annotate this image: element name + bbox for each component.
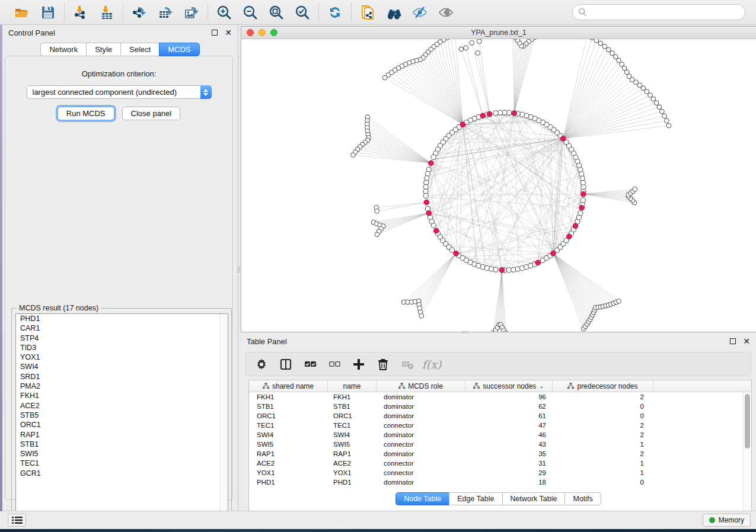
toggle-columns-icon[interactable] xyxy=(279,357,293,371)
mcds-result-item[interactable]: SWI5 xyxy=(16,449,219,459)
table-row[interactable]: PHD1PHD1dominator180 xyxy=(249,477,743,487)
zoom-out-icon[interactable] xyxy=(243,5,258,20)
settings-gear-icon[interactable] xyxy=(254,357,269,371)
table-row[interactable]: TEC1TEC1connector472 xyxy=(249,421,743,430)
table-row[interactable]: ORC1ORC1dominator610 xyxy=(249,411,743,421)
delete-row-icon[interactable] xyxy=(376,357,390,371)
close-window-icon[interactable] xyxy=(247,29,254,36)
table-scrollbar[interactable] xyxy=(743,392,751,530)
mcds-result-item[interactable]: FKH1 xyxy=(16,391,219,400)
mcds-result-item[interactable]: PHD1 xyxy=(16,314,219,323)
add-row-icon[interactable] xyxy=(352,357,366,371)
network-graph xyxy=(241,39,756,332)
search-input[interactable] xyxy=(590,8,739,17)
hide-selected-eye-icon[interactable] xyxy=(412,5,428,20)
table-panel: Table Panel ✕ xyxy=(241,334,756,508)
vertical-splitter-handle[interactable] xyxy=(237,267,240,273)
mcds-result-item[interactable]: YOX1 xyxy=(16,352,219,362)
mcds-result-item[interactable]: GCR1 xyxy=(16,469,219,478)
mcds-result-list[interactable]: PHD1CAR1STP4TID3YOX1SWI4SRD1PMA2FKH1ACE2… xyxy=(15,313,228,524)
mcds-result-group: MCDS result (17 nodes) PHD1CAR1STP4TID3Y… xyxy=(11,308,232,528)
save-icon[interactable] xyxy=(40,5,56,20)
tab-node-table[interactable]: Node Table xyxy=(395,492,449,505)
close-table-panel-icon[interactable]: ✕ xyxy=(743,338,750,344)
mcds-result-item[interactable]: ORC1 xyxy=(16,420,219,430)
column-header-shared-name[interactable]: shared name xyxy=(249,380,328,392)
unselect-all-icon[interactable] xyxy=(327,357,342,371)
mcds-result-item[interactable]: STB1 xyxy=(16,440,219,449)
refresh-layout-icon[interactable] xyxy=(327,5,343,20)
column-header-successor-nodes[interactable]: successor nodes⌄ xyxy=(465,380,553,392)
search-binoculars-icon[interactable] xyxy=(386,5,401,20)
table-row[interactable]: FKH1FKH1dominator962 xyxy=(249,392,743,402)
column-header-MCDS-role[interactable]: MCDS role xyxy=(377,380,465,392)
zoom-selected-icon[interactable] xyxy=(295,5,310,20)
column-header-name[interactable]: name xyxy=(328,380,377,392)
tab-edge-table[interactable]: Edge Table xyxy=(449,492,502,505)
show-all-eye-icon[interactable] xyxy=(438,5,454,20)
tab-motifs[interactable]: Motifs xyxy=(564,492,601,505)
export-network-icon[interactable] xyxy=(132,5,147,20)
float-window-icon[interactable] xyxy=(212,30,218,36)
clone-network-icon[interactable] xyxy=(360,5,375,20)
float-table-panel-icon[interactable] xyxy=(730,338,736,344)
zoom-in-icon[interactable] xyxy=(216,5,232,20)
table-scrollbar-thumb[interactable] xyxy=(745,394,750,448)
table-cell: FKH1 xyxy=(328,392,377,402)
tab-network[interactable]: Network xyxy=(40,43,86,56)
maximize-window-icon[interactable] xyxy=(270,29,277,36)
control-panel-titlebar: Control Panel ✕ xyxy=(2,25,238,40)
table-cell: ACE2 xyxy=(249,459,328,468)
search-box[interactable] xyxy=(572,4,745,20)
table-row[interactable]: RAP1RAP1dominator352 xyxy=(249,449,743,459)
table-row[interactable]: SWI5SWI5connector431 xyxy=(249,440,743,449)
open-folder-icon[interactable] xyxy=(14,5,30,20)
tab-select[interactable]: Select xyxy=(120,43,159,56)
table-row[interactable]: SWI4SWI4dominator462 xyxy=(249,430,743,440)
mcds-result-item[interactable]: STP4 xyxy=(16,334,219,343)
mcds-result-item[interactable]: SWI4 xyxy=(16,362,219,371)
close-panel-button[interactable]: Close panel xyxy=(122,107,181,120)
tab-style[interactable]: Style xyxy=(86,43,120,56)
tab-mcds[interactable]: MCDS xyxy=(159,43,199,56)
network-window-title: YPA_prune.txt_1 xyxy=(471,28,527,37)
mcds-result-item[interactable]: PMA2 xyxy=(16,382,219,391)
column-header-predecessor-nodes[interactable]: predecessor nodes xyxy=(553,380,653,392)
mcds-result-item[interactable]: RAP1 xyxy=(16,430,219,440)
search-icon xyxy=(578,8,587,17)
table-cell: connector xyxy=(377,468,465,477)
select-all-icon[interactable] xyxy=(303,357,317,371)
mcds-list-scrollbar[interactable] xyxy=(219,314,228,524)
desktop-wallpaper-bottom xyxy=(0,529,756,532)
task-history-button[interactable] xyxy=(8,514,26,527)
close-panel-icon[interactable]: ✕ xyxy=(225,30,232,36)
network-canvas[interactable] xyxy=(241,39,756,332)
table-row[interactable]: STB1STB1dominator620 xyxy=(249,402,743,411)
mcds-result-item[interactable]: CAR1 xyxy=(16,323,219,333)
import-network-icon[interactable] xyxy=(73,5,88,20)
mcds-result-item[interactable]: TEC1 xyxy=(16,459,219,468)
export-image-icon[interactable] xyxy=(184,5,199,20)
run-mcds-button[interactable]: Run MCDS xyxy=(58,107,114,120)
function-builder-label: f(x) xyxy=(422,358,442,371)
table-row[interactable]: YOX1YOX1connector291 xyxy=(249,468,743,477)
table-cell: 0 xyxy=(553,411,653,421)
network-window-titlebar[interactable]: YPA_prune.txt_1 xyxy=(241,27,756,39)
export-table-icon[interactable] xyxy=(158,5,173,20)
minimize-window-icon[interactable] xyxy=(259,29,266,36)
table-toolbar: f(x) xyxy=(245,352,751,376)
mcds-result-item[interactable]: STB5 xyxy=(16,411,219,420)
table-cell: 61 xyxy=(465,411,553,421)
table-row[interactable]: ACE2ACE2connector311 xyxy=(249,459,743,468)
mcds-result-item[interactable]: ACE2 xyxy=(16,401,219,411)
optimization-criterion-dropdown[interactable]: largest connected component (undirected) xyxy=(27,85,212,99)
table-cell: 29 xyxy=(465,468,553,477)
mcds-result-item[interactable]: TID3 xyxy=(16,343,219,352)
tab-network-table[interactable]: Network Table xyxy=(502,492,565,505)
import-table-icon[interactable] xyxy=(99,5,114,20)
table-cell: 62 xyxy=(465,402,553,411)
zoom-fit-icon[interactable] xyxy=(269,5,284,20)
table-cell: connector xyxy=(377,440,465,449)
memory-button[interactable]: Memory xyxy=(703,514,751,527)
mcds-result-item[interactable]: SRD1 xyxy=(16,372,219,382)
